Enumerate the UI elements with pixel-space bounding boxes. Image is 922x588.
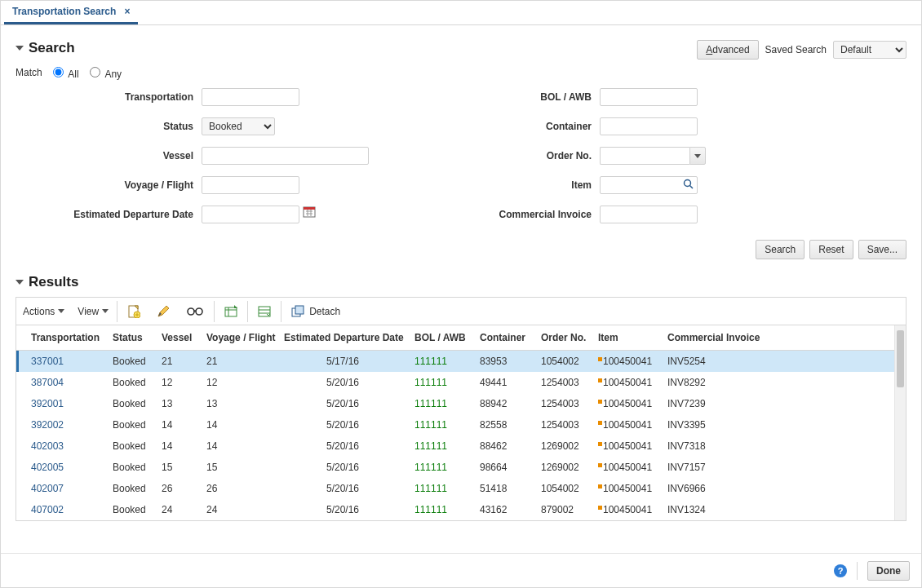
col-order-no[interactable]: Order No. <box>534 325 592 351</box>
done-button[interactable]: Done <box>867 561 910 581</box>
table-row[interactable]: 392001Booked13135/20/1611111188942125400… <box>16 393 906 414</box>
content-scroll[interactable]: Search Advanced Saved Search Default Mat… <box>1 25 921 553</box>
cell-order-no: 1054002 <box>534 478 592 499</box>
create-icon[interactable] <box>119 298 148 325</box>
edit-icon[interactable] <box>148 298 178 325</box>
col-status[interactable]: Status <box>106 325 155 351</box>
scrollbar-thumb[interactable] <box>897 330 904 387</box>
col-voyage[interactable]: Voyage / Flight <box>200 325 277 351</box>
cell-bol: 111111 <box>408 499 473 520</box>
invoice-input[interactable] <box>600 206 698 223</box>
order-no-input[interactable] <box>600 147 689 165</box>
calendar-icon[interactable] <box>303 206 316 223</box>
cell-status: Booked <box>106 478 155 499</box>
col-transportation[interactable]: Transportation <box>16 325 106 351</box>
table-row[interactable]: 387004Booked12125/20/1611111149441125400… <box>16 372 906 393</box>
cell-invoice: INV7318 <box>661 435 906 457</box>
table-row[interactable]: 337001Booked21215/17/1611111183953105400… <box>16 351 906 373</box>
view-icon[interactable] <box>178 298 212 325</box>
col-edd[interactable]: Estimated Departure Date <box>277 325 408 351</box>
tab-bar: Transportation Search × <box>1 1 921 25</box>
table-row[interactable]: 392002Booked14145/20/1611111182558125400… <box>16 414 906 435</box>
save-button[interactable]: Save... <box>858 240 906 259</box>
advanced-button[interactable]: Advanced <box>697 40 758 60</box>
results-section-header[interactable]: Results <box>16 274 906 290</box>
close-icon[interactable]: × <box>124 6 130 17</box>
transportation-link[interactable]: 337001 <box>31 356 64 367</box>
detach-button[interactable]: Detach <box>283 298 348 325</box>
item-input[interactable] <box>600 176 698 194</box>
field-container: Container <box>477 117 906 135</box>
match-any-radio[interactable]: Any <box>86 64 122 80</box>
svg-rect-17 <box>225 307 237 316</box>
cell-order-no: 1254003 <box>534 372 592 393</box>
bol-input[interactable] <box>600 88 698 106</box>
cell-container: 98664 <box>473 457 534 478</box>
detach-icon <box>291 305 304 318</box>
cell-order-no: 1269002 <box>534 435 592 457</box>
table-row[interactable]: 402003Booked14145/20/1611111188462126900… <box>16 435 906 457</box>
transportation-link[interactable]: 407002 <box>31 504 64 515</box>
vessel-input[interactable] <box>202 147 369 165</box>
transportation-link[interactable]: 402003 <box>31 440 64 452</box>
transportation-link[interactable]: 392002 <box>31 419 64 431</box>
cell-voyage: 21 <box>200 351 277 373</box>
cell-status: Booked <box>106 393 155 414</box>
reset-button[interactable]: Reset <box>809 240 853 259</box>
transportation-link[interactable]: 402005 <box>31 462 64 473</box>
cell-edd: 5/20/16 <box>277 499 408 520</box>
actions-menu[interactable]: Actions <box>16 306 71 317</box>
cell-order-no: 879002 <box>534 499 592 520</box>
col-bol[interactable]: BOL / AWB <box>408 325 473 351</box>
chevron-down-icon[interactable] <box>16 280 24 285</box>
item-marker-icon <box>598 421 602 425</box>
cell-bol: 111111 <box>408 393 473 414</box>
wrap-icon[interactable] <box>250 298 279 325</box>
chevron-down-icon <box>58 309 64 313</box>
search-button[interactable]: Search <box>756 240 805 259</box>
match-all-radio[interactable]: All <box>49 64 79 80</box>
cell-container: 88942 <box>473 393 534 414</box>
field-order-no: Order No. <box>477 147 906 165</box>
cell-invoice: INV8292 <box>661 372 906 393</box>
col-container[interactable]: Container <box>473 325 534 351</box>
order-no-dropdown-button[interactable] <box>689 147 706 165</box>
view-menu[interactable]: View <box>71 306 115 317</box>
transportation-link[interactable]: 392001 <box>31 398 64 409</box>
field-vessel: Vessel <box>16 147 445 165</box>
col-invoice[interactable]: Commercial Invoice <box>661 325 906 351</box>
export-icon[interactable] <box>216 298 246 325</box>
table-row[interactable]: 402005Booked15155/20/1611111198664126900… <box>16 457 906 478</box>
help-icon[interactable]: ? <box>834 564 847 577</box>
search-section-header[interactable]: Search <box>16 40 75 56</box>
item-marker-icon <box>598 442 602 446</box>
tab-transportation-search[interactable]: Transportation Search × <box>4 0 138 24</box>
table-row[interactable]: 402007Booked26265/20/1611111151418105400… <box>16 478 906 499</box>
cell-container: 43162 <box>473 499 534 520</box>
match-label: Match <box>16 67 42 78</box>
cell-invoice: INV7157 <box>661 457 906 478</box>
transportation-input[interactable] <box>202 88 299 106</box>
container-input[interactable] <box>600 117 698 135</box>
results-title: Results <box>29 274 78 290</box>
cell-voyage: 14 <box>200 435 277 457</box>
status-select[interactable]: Booked <box>202 117 275 135</box>
toolbar-separator <box>247 301 248 322</box>
saved-search-select[interactable]: Default <box>833 41 906 59</box>
table-row[interactable]: 407002Booked24245/20/1611111143162879002… <box>16 499 906 520</box>
voyage-input[interactable] <box>202 176 299 194</box>
transportation-link[interactable]: 387004 <box>31 377 64 388</box>
cell-edd: 5/20/16 <box>277 372 408 393</box>
cell-vessel: 15 <box>155 457 200 478</box>
edd-input[interactable] <box>202 206 299 223</box>
table-scrollbar[interactable] <box>894 325 906 520</box>
chevron-down-icon[interactable] <box>16 46 24 51</box>
col-item[interactable]: Item <box>592 325 661 351</box>
col-vessel[interactable]: Vessel <box>155 325 200 351</box>
transportation-link[interactable]: 402007 <box>31 483 64 494</box>
toolbar-separator <box>214 301 215 322</box>
cell-container: 49441 <box>473 372 534 393</box>
cell-invoice: INV3395 <box>661 414 906 435</box>
cell-voyage: 15 <box>200 457 277 478</box>
cell-status: Booked <box>106 414 155 435</box>
